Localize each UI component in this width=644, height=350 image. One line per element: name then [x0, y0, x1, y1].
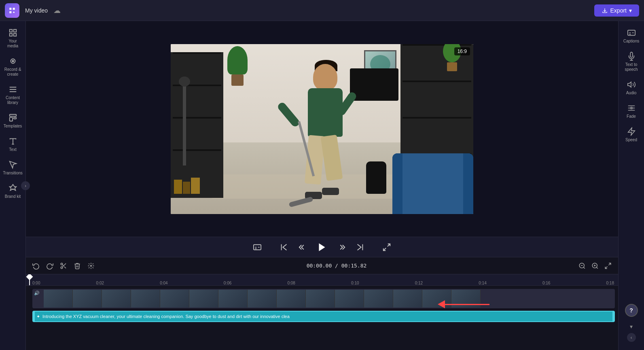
fullscreen-button[interactable]: [381, 241, 393, 253]
sidebar-item-audio[interactable]: Audio: [620, 77, 643, 99]
play-button[interactable]: [315, 240, 329, 254]
sidebar-item-text[interactable]: Text: [1, 134, 25, 155]
video-scene: [171, 44, 473, 214]
timeline-toolbar: 00:00.00 / 00:15.82: [26, 257, 618, 274]
timeline-area: 00:00.00 / 00:15.82: [26, 257, 618, 350]
playhead: [29, 274, 30, 285]
fade-sidebar-icon: [627, 104, 636, 112]
sidebar-item-transitions[interactable]: Transitions: [1, 157, 25, 179]
plant-left: [227, 46, 248, 86]
ai-caption-icon: ✦: [36, 314, 40, 319]
sidebar-item-templates[interactable]: Templates: [1, 110, 25, 132]
ruler-marks: 0:00 0:02 0:04 0:06 0:08 0:10 0:12 0:14 …: [29, 274, 615, 285]
audio-split-icon: [87, 262, 95, 269]
caption-right-handle[interactable]: [612, 312, 614, 321]
svg-rect-30: [627, 30, 635, 36]
redo-button[interactable]: [44, 261, 55, 271]
dancer: [286, 53, 366, 206]
captions-icon: [253, 243, 262, 252]
svg-rect-7: [9, 117, 12, 121]
thumb-13: [393, 290, 422, 308]
svg-rect-3: [13, 34, 16, 36]
zoom-out-icon: [578, 262, 586, 269]
svg-rect-0: [9, 30, 12, 32]
zoom-in-button[interactable]: [590, 261, 600, 271]
sofa: [392, 153, 473, 214]
captions-button[interactable]: [251, 241, 263, 253]
caption-left-handle[interactable]: [33, 312, 35, 321]
delete-button[interactable]: [72, 261, 83, 271]
audio-sidebar-icon: [627, 80, 636, 89]
help-button[interactable]: ?: [625, 304, 638, 317]
sidebar-item-speed[interactable]: Speed: [620, 124, 643, 146]
scroll-down-button[interactable]: ▾: [628, 322, 634, 331]
forward-button[interactable]: [335, 241, 347, 253]
timeline-zoom-controls: [577, 261, 613, 271]
thumb-15: [451, 290, 481, 308]
undo-button[interactable]: [31, 261, 41, 271]
captions-sidebar-icon: [627, 28, 636, 37]
track-volume-icon: 🔊: [34, 291, 40, 296]
thumb-11: [335, 290, 364, 308]
thumb-9: [277, 290, 306, 308]
skip-back-button[interactable]: [278, 241, 290, 253]
sidebar-item-record-create[interactable]: Record & create: [1, 53, 25, 80]
sidebar-item-content-library[interactable]: Content library: [1, 82, 25, 108]
thumb-4: [131, 290, 160, 308]
fullscreen-icon: [382, 243, 391, 252]
skip-forward-button[interactable]: [354, 241, 366, 253]
svg-point-16: [61, 267, 63, 269]
caption-track[interactable]: ✦ Introducing the XYZ vacuum cleaner, yo…: [32, 311, 615, 322]
svg-line-18: [64, 266, 66, 268]
split-audio-button[interactable]: [86, 261, 96, 271]
rewind-button[interactable]: [297, 241, 309, 253]
right-sidebar-collapse-button[interactable]: ‹: [627, 333, 636, 342]
thumb-14: [422, 290, 451, 308]
scissors-icon: [60, 262, 67, 269]
video-track-row: 🔊: [29, 289, 615, 308]
shelf-left: [171, 52, 223, 198]
thumb-10: [306, 290, 335, 308]
thumb-8: [248, 290, 277, 308]
aspect-ratio-badge: 16:9: [454, 47, 470, 55]
skip-back-icon: [280, 243, 288, 252]
left-sidebar-collapse-button[interactable]: ›: [21, 181, 30, 190]
trash-icon: [74, 262, 81, 269]
video-thumbnails: [32, 289, 481, 308]
sidebar-item-fade[interactable]: Fade: [620, 100, 643, 122]
thumb-3: [102, 290, 131, 308]
sidebar-item-captions[interactable]: Captions: [620, 25, 643, 47]
thumb-6: [189, 290, 218, 308]
fit-timeline-button[interactable]: [603, 261, 613, 271]
video-track[interactable]: 🔊: [32, 289, 615, 308]
tts-sidebar-icon: [627, 52, 636, 61]
svg-line-22: [583, 267, 585, 268]
caption-track-text: Introducing the XYZ vacuum cleaner, your…: [42, 314, 611, 319]
caption-track-row: ✦ Introducing the XYZ vacuum cleaner, yo…: [29, 311, 615, 325]
thumb-7: [218, 290, 248, 308]
svg-line-29: [605, 266, 607, 268]
video-preview-area: 16:9: [26, 21, 618, 237]
sidebar-item-text-to-speech[interactable]: Text to speech: [620, 49, 643, 75]
thumb-5: [160, 290, 189, 308]
export-button[interactable]: Export ▾: [594, 4, 639, 17]
timeline-timecode: 00:00.00 / 00:15.82: [100, 263, 574, 269]
sidebar-item-your-media[interactable]: Your media: [1, 25, 25, 52]
svg-point-32: [630, 107, 633, 109]
speed-sidebar-icon: [627, 127, 636, 136]
mic-stand: [183, 85, 186, 165]
center-area: 16:9: [26, 21, 618, 350]
zoom-out-button[interactable]: [577, 261, 587, 271]
forward-icon: [337, 243, 346, 252]
rewind-icon: [298, 243, 307, 252]
svg-marker-31: [627, 82, 631, 87]
video-player: 16:9: [171, 44, 473, 214]
cloud-icon: ☁: [53, 6, 61, 15]
svg-point-15: [61, 263, 63, 265]
zoom-in-icon: [591, 262, 599, 269]
vacuum-bag: [366, 161, 386, 194]
thumb-1: [44, 290, 73, 308]
cut-button[interactable]: [58, 261, 69, 271]
svg-line-19: [62, 265, 64, 266]
svg-line-14: [383, 248, 386, 250]
